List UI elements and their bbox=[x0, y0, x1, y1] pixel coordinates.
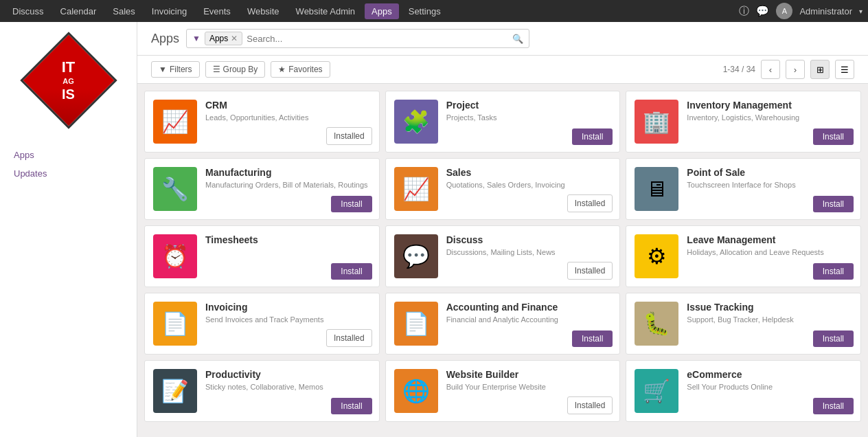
app-desc: Send Invoices and Track Payments bbox=[205, 315, 371, 324]
filter-tag-close[interactable]: ✕ bbox=[231, 34, 238, 43]
app-card: 🐛Issue TrackingSupport, Bug Tracker, Hel… bbox=[626, 293, 861, 355]
nav-website[interactable]: Website bbox=[240, 3, 286, 19]
install-button[interactable]: Install bbox=[813, 330, 854, 347]
app-icon: 🐛 bbox=[635, 302, 678, 346]
app-action: Installed bbox=[567, 194, 613, 212]
app-name: eCommerce bbox=[687, 369, 852, 380]
installed-button: Installed bbox=[567, 194, 613, 212]
admin-dropdown-icon[interactable]: ▾ bbox=[859, 8, 863, 15]
search-input[interactable] bbox=[247, 34, 508, 44]
favorites-button[interactable]: ★ Favorites bbox=[271, 61, 330, 78]
prev-page-button[interactable]: ‹ bbox=[761, 60, 780, 79]
app-desc: Discussions, Mailing Lists, News bbox=[446, 247, 612, 257]
filters-button[interactable]: ▼ Filters bbox=[151, 61, 200, 78]
help-icon[interactable]: ⓘ bbox=[739, 5, 749, 18]
toolbar-right: 1-34 / 34 ‹ › ⊞ ☰ bbox=[723, 60, 854, 79]
app-card: 💬DiscussDiscussions, Mailing Lists, News… bbox=[385, 225, 621, 287]
grid-icon: ⊞ bbox=[816, 65, 824, 75]
top-navigation: Discuss Calendar Sales Invoicing Events … bbox=[0, 0, 868, 22]
app-card: 🛒eCommerceSell Your Products OnlineInsta… bbox=[626, 360, 861, 422]
logo-it: IT bbox=[62, 58, 76, 76]
favorites-label: Favorites bbox=[288, 65, 322, 74]
install-button[interactable]: Install bbox=[813, 128, 854, 145]
app-name: Invoicing bbox=[205, 302, 371, 313]
nav-settings[interactable]: Settings bbox=[402, 3, 448, 19]
app-desc: Build Your Enterprise Website bbox=[446, 382, 612, 392]
avatar[interactable]: A bbox=[776, 3, 792, 19]
app-desc: Sticky notes, Collaborative, Memos bbox=[205, 382, 371, 392]
app-name: Sales bbox=[446, 167, 612, 178]
app-name: Leave Management bbox=[687, 234, 852, 245]
app-icon: 🧩 bbox=[394, 100, 438, 144]
sidebar: IT AG IS Apps Updates bbox=[0, 22, 137, 437]
app-icon: ⏰ bbox=[153, 234, 197, 278]
chat-icon[interactable]: 💬 bbox=[756, 5, 769, 17]
sidebar-logo: IT AG IS bbox=[0, 29, 137, 139]
group-by-button[interactable]: ☰ Group By bbox=[205, 61, 266, 78]
install-button[interactable]: Install bbox=[572, 128, 613, 145]
nav-calendar[interactable]: Calendar bbox=[54, 3, 104, 19]
nav-invoicing[interactable]: Invoicing bbox=[145, 3, 194, 19]
nav-website-admin[interactable]: Website Admin bbox=[289, 3, 362, 19]
app-card: ⏰TimesheetsInstall bbox=[144, 225, 380, 287]
list-view-button[interactable]: ☰ bbox=[835, 60, 854, 79]
app-card: 📄InvoicingSend Invoices and Track Paymen… bbox=[144, 293, 380, 355]
search-icon[interactable]: 🔍 bbox=[512, 34, 523, 44]
nav-events[interactable]: Events bbox=[196, 3, 238, 19]
toolbar: ▼ Filters ☰ Group By ★ Favorites 1-34 / … bbox=[137, 56, 868, 84]
search-bar[interactable]: ▼ Apps ✕ 🔍 bbox=[186, 29, 529, 48]
list-icon: ☰ bbox=[841, 65, 849, 75]
installed-button: Installed bbox=[326, 329, 372, 347]
main-layout: IT AG IS Apps Updates Apps ▼ Apps ✕ 🔍 bbox=[0, 22, 868, 437]
app-action: Installed bbox=[567, 396, 613, 414]
filter-tag-label: Apps bbox=[209, 34, 228, 43]
app-icon: 📄 bbox=[394, 302, 438, 346]
sidebar-item-updates[interactable]: Updates bbox=[0, 164, 137, 183]
filter-funnel-icon: ▼ bbox=[159, 65, 167, 74]
app-action: Install bbox=[331, 196, 372, 212]
app-name: CRM bbox=[205, 100, 371, 111]
logo-wrapper: IT AG IS bbox=[24, 36, 113, 125]
app-icon: 📈 bbox=[153, 100, 197, 144]
app-icon: 🛒 bbox=[635, 369, 678, 413]
app-icon: 🏢 bbox=[635, 100, 678, 144]
app-name: Timesheets bbox=[205, 234, 371, 245]
nav-apps[interactable]: Apps bbox=[365, 3, 399, 19]
app-desc: Projects, Tasks bbox=[446, 113, 612, 122]
nav-sales[interactable]: Sales bbox=[106, 3, 142, 19]
install-button[interactable]: Install bbox=[572, 330, 613, 347]
sidebar-item-apps[interactable]: Apps bbox=[0, 146, 137, 164]
app-action: Install bbox=[813, 263, 854, 280]
app-name: Manufacturing bbox=[205, 167, 371, 178]
app-card: ⚙Leave ManagementHolidays, Allocation an… bbox=[626, 225, 861, 287]
group-by-icon: ☰ bbox=[213, 65, 220, 74]
install-button[interactable]: Install bbox=[331, 196, 372, 212]
install-button[interactable]: Install bbox=[331, 263, 372, 280]
app-action: Install bbox=[813, 398, 854, 414]
app-card: 📈SalesQuotations, Sales Orders, Invoicin… bbox=[385, 158, 621, 220]
next-page-button[interactable]: › bbox=[786, 60, 805, 79]
app-action: Install bbox=[331, 398, 372, 414]
app-card: 📝ProductivitySticky notes, Collaborative… bbox=[144, 360, 380, 422]
app-desc: Touchscreen Interface for Shops bbox=[687, 180, 852, 190]
app-desc: Leads, Opportunities, Activities bbox=[205, 113, 371, 122]
install-button[interactable]: Install bbox=[813, 398, 854, 414]
grid-view-button[interactable]: ⊞ bbox=[810, 60, 830, 79]
app-icon: 🔧 bbox=[153, 167, 197, 211]
install-button[interactable]: Install bbox=[331, 398, 372, 414]
nav-discuss[interactable]: Discuss bbox=[5, 3, 51, 19]
app-name: Website Builder bbox=[446, 369, 612, 380]
app-action: Install bbox=[572, 330, 613, 347]
app-action: Install bbox=[331, 263, 372, 280]
logo-text: IT AG IS bbox=[62, 58, 76, 102]
install-button[interactable]: Install bbox=[813, 196, 854, 212]
app-desc: Inventory, Logistics, Warehousing bbox=[687, 113, 852, 122]
install-button[interactable]: Install bbox=[813, 263, 854, 280]
admin-label[interactable]: Administrator bbox=[799, 6, 852, 16]
app-desc: Financial and Analytic Accounting bbox=[446, 315, 612, 324]
app-desc: Support, Bug Tracker, Helpdesk bbox=[687, 315, 852, 324]
app-icon: 📈 bbox=[394, 167, 438, 211]
filter-tag[interactable]: Apps ✕ bbox=[205, 32, 242, 45]
logo-is: IS bbox=[62, 86, 76, 102]
app-action: Installed bbox=[567, 262, 613, 280]
